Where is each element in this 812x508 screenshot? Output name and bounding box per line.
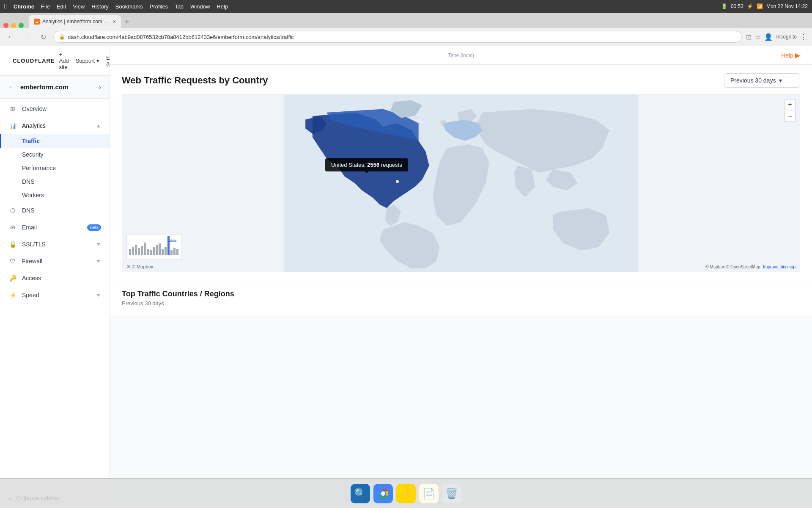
time-range-label: Previous 30 days xyxy=(730,77,776,84)
subnav-item-dns[interactable]: DNS xyxy=(0,175,110,188)
zoom-in-button[interactable]: + xyxy=(785,99,796,110)
macos-menubar:  Chrome File Edit View History Bookmark… xyxy=(0,0,812,13)
time-range-dropdown[interactable]: Previous 30 days ▾ xyxy=(724,73,800,88)
svg-rect-14 xyxy=(162,249,164,255)
minimize-window-btn[interactable] xyxy=(11,23,16,28)
speed-chevron-icon: ▼ xyxy=(96,292,101,298)
close-window-btn[interactable] xyxy=(3,23,8,28)
menu-view[interactable]: View xyxy=(73,3,85,10)
forward-button[interactable]: → xyxy=(21,31,33,43)
sidebar-item-speed[interactable]: ⚡ Speed ▼ xyxy=(0,287,110,304)
dock-trash[interactable]: 🗑️ xyxy=(442,484,461,503)
svg-point-23 xyxy=(381,491,385,496)
menu-help[interactable]: Help xyxy=(217,3,228,10)
tooltip-requests-value: 2556 xyxy=(367,162,379,168)
mapbox-icon: ⊙ xyxy=(126,264,130,269)
address-bar: ← → ↻ 🔒 dash.cloudflare.com/4ab9ad087653… xyxy=(0,28,812,46)
new-tab-button[interactable]: + xyxy=(121,16,133,28)
browser-chrome: ☁ Analytics | emberform.com | A... × + ←… xyxy=(0,13,812,46)
main-content: Time (local) Help ▶ Web Traffic Requests… xyxy=(110,46,812,508)
language-button[interactable]: English (US) ▾ xyxy=(106,55,110,67)
top-traffic-section: Top Traffic Countries / Regions Previous… xyxy=(110,281,812,315)
sidebar-item-ssl[interactable]: 🔒 SSL/TLS ▼ xyxy=(0,236,110,253)
sidebar-item-email[interactable]: ✉ Email Beta xyxy=(0,219,110,236)
subnav-item-traffic[interactable]: Traffic xyxy=(0,134,110,148)
top-traffic-title: Top Traffic Countries / Regions xyxy=(122,290,800,298)
map-zoom-controls: + − xyxy=(785,99,796,122)
maximize-window-btn[interactable] xyxy=(19,23,24,28)
subnav-item-workers[interactable]: Workers xyxy=(0,188,110,202)
ssl-chevron-icon: ▼ xyxy=(96,241,101,247)
firewall-label: Firewall xyxy=(22,258,91,265)
cloudflare-logo-text: CLOUDFLARE xyxy=(13,58,55,64)
analytics-subnav: Traffic Security Performance DNS Workers xyxy=(0,134,110,202)
dock-thunder[interactable]: ⚡ xyxy=(396,484,416,503)
world-map-svg xyxy=(122,95,800,272)
access-label: Access xyxy=(22,275,101,282)
back-arrow-icon: ← xyxy=(8,83,16,91)
zoom-out-button[interactable]: − xyxy=(785,111,796,122)
help-link[interactable]: Help xyxy=(781,52,793,59)
url-bar[interactable]: 🔒 dash.cloudflare.com/4ab9ad0876532cb78a… xyxy=(53,31,742,43)
menu-dots-icon[interactable]: ⋮ xyxy=(800,33,807,41)
sidebar-item-dns[interactable]: ⬡ DNS xyxy=(0,202,110,219)
tooltip-unit: requests xyxy=(381,162,402,168)
sidebar-nav: ⊞ Overview 📊 Analytics ▲ Traffic Securit… xyxy=(0,99,110,305)
menu-edit[interactable]: Edit xyxy=(57,3,66,10)
add-site-button[interactable]: + Add site xyxy=(59,51,69,70)
bookmark-icon[interactable]: ☆ xyxy=(755,33,761,41)
support-button[interactable]: Support ▾ xyxy=(76,58,100,64)
sidebar-item-overview[interactable]: ⊞ Overview xyxy=(0,100,110,117)
back-button[interactable]: ← xyxy=(5,31,17,43)
sidebar-site[interactable]: ← emberform.com › xyxy=(0,76,110,99)
tab-title: Analytics | emberform.com | A... xyxy=(42,19,110,25)
site-name: emberform.com xyxy=(20,83,68,91)
svg-rect-17 xyxy=(170,250,173,255)
menu-window[interactable]: Window xyxy=(190,3,210,10)
map-title: Web Traffic Requests by Country xyxy=(122,75,268,86)
time-axis-bar: Time (local) Help ▶ xyxy=(110,46,812,65)
top-traffic-subtitle: Previous 30 days xyxy=(122,300,800,306)
menu-profiles[interactable]: Profiles xyxy=(150,3,168,10)
apple-icon[interactable]:  xyxy=(4,3,7,10)
mapbox-text: © Mapbox xyxy=(132,264,153,269)
improve-map-link[interactable]: Improve this map xyxy=(763,265,796,269)
menu-history[interactable]: History xyxy=(91,3,108,10)
sidebar-item-firewall[interactable]: 🛡 Firewall ▼ xyxy=(0,253,110,270)
speed-label: Speed xyxy=(22,292,91,298)
subnav-item-performance[interactable]: Performance xyxy=(0,161,110,175)
world-map-container[interactable]: United States: 2556 requests + − xyxy=(122,94,800,272)
menu-chrome[interactable]: Chrome xyxy=(14,3,34,10)
cf-header-right: + Add site Support ▾ English (US) ▾ 👤 ▾ xyxy=(59,51,110,70)
menu-tab[interactable]: Tab xyxy=(175,3,184,10)
menu-bookmarks[interactable]: Bookmarks xyxy=(115,3,143,10)
sidebar-item-analytics[interactable]: 📊 Analytics ▲ xyxy=(0,117,110,134)
cast-icon[interactable]: ⊡ xyxy=(746,33,752,41)
sidebar-item-access[interactable]: 🔑 Access xyxy=(0,270,110,287)
speed-icon: ⚡ xyxy=(8,291,17,299)
dock-chrome[interactable] xyxy=(373,484,393,503)
tab-close-button[interactable]: × xyxy=(112,18,116,25)
svg-rect-12 xyxy=(156,245,158,255)
menu-file[interactable]: File xyxy=(41,3,50,10)
profile-icon[interactable]: 👤 xyxy=(764,33,773,41)
wifi-icon: 📶 xyxy=(757,3,763,9)
shield-icon: 🛡 xyxy=(8,257,17,265)
dock-notes[interactable]: 📄 xyxy=(419,484,439,503)
sidebar: CLOUDFLARE + Add site Support ▾ English … xyxy=(0,46,110,508)
tooltip-country: United States xyxy=(331,162,364,168)
svg-rect-18 xyxy=(173,248,176,255)
subnav-item-security[interactable]: Security xyxy=(0,148,110,161)
reload-button[interactable]: ↻ xyxy=(37,31,49,43)
beta-badge: Beta xyxy=(87,224,101,231)
mac-dock: 🔍 ⚡ 📄 🗑️ xyxy=(0,478,812,508)
dock-finder[interactable]: 🔍 xyxy=(351,484,370,503)
lock-nav-icon: 🔒 xyxy=(8,240,17,248)
analytics-label: Analytics xyxy=(22,122,91,129)
email-label: Email xyxy=(22,224,82,231)
url-text: dash.cloudflare.com/4ab9ad0876532cb78a84… xyxy=(68,34,294,40)
attribution-text: © Mapbox © OpenStreetMap xyxy=(705,265,760,269)
browser-tab-active[interactable]: ☁ Analytics | emberform.com | A... × xyxy=(29,15,121,28)
battery-time: 00:53 xyxy=(731,3,743,9)
svg-text:2556: 2556 xyxy=(169,239,177,243)
